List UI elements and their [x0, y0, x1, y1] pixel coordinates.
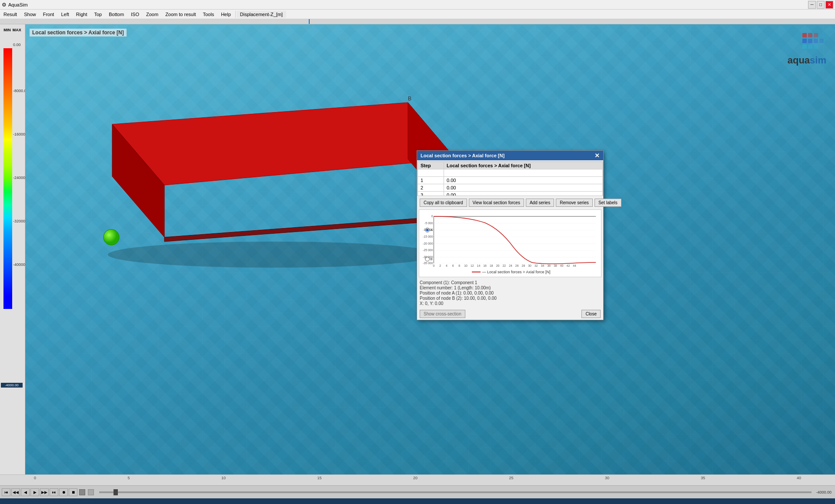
svg-text:32: 32: [534, 264, 538, 267]
main-area: MIN MAX 0.00 -8000.00 -16000.00 -24000.0…: [0, 24, 835, 474]
menu-left[interactable]: Left: [57, 11, 72, 18]
svg-rect-9: [808, 33, 812, 37]
viewport-title: Local section forces > Axial force [N]: [30, 29, 127, 36]
viewport[interactable]: Local section forces > Axial force [N] B…: [25, 24, 835, 474]
info-xy: X: 0, Y: 0.00: [420, 301, 601, 306]
timeline-bar[interactable]: [0, 19, 835, 24]
svg-text:42: 42: [567, 264, 570, 267]
svg-rect-10: [814, 33, 818, 37]
svg-text:0: 0: [433, 264, 435, 267]
set-labels-button[interactable]: Set labels: [595, 199, 621, 207]
svg-text:44: 44: [573, 264, 576, 267]
menu-top[interactable]: Top: [90, 11, 105, 18]
axis-20: 20: [413, 476, 418, 480]
svg-text:12: 12: [471, 264, 474, 267]
playback-controls: ⏮ ◀◀ ◀ ▶ ▶▶ ⏭ ⏺ ⏹ -4000.00: [0, 485, 835, 498]
app-icon: ⚙: [2, 2, 7, 8]
svg-text:10: 10: [464, 264, 468, 267]
svg-rect-11: [802, 39, 807, 43]
stop-button[interactable]: ⏹: [69, 488, 77, 496]
play-next-fast-button[interactable]: ▶▶: [40, 488, 49, 496]
add-series-button[interactable]: Add series: [526, 199, 554, 207]
axis-10: 10: [221, 476, 226, 480]
chart-legend: — Local section forces > Axial force [N]: [421, 269, 599, 275]
col-value: Local section forces > Axial force [N]: [444, 162, 603, 169]
table-row[interactable]: 0 0.00: [418, 169, 603, 177]
svg-text:18: 18: [490, 264, 493, 267]
svg-text:8: 8: [458, 264, 460, 267]
aquasim-logo: aquasim: [788, 31, 826, 66]
menu-zoom-result[interactable]: Zoom to result: [162, 11, 199, 18]
table-row[interactable]: 2 0.00: [418, 184, 603, 192]
dialog: Local section forces > Axial force [N] ✕…: [417, 150, 604, 320]
svg-text:16: 16: [483, 264, 487, 267]
axis-35: 35: [701, 476, 705, 480]
current-value-indicator: -4000.00: [1, 383, 23, 388]
minimize-button[interactable]: ─: [808, 1, 816, 9]
close-button[interactable]: ✕: [825, 1, 833, 9]
view-local-forces-button[interactable]: View local section forces: [469, 199, 524, 207]
copy-clipboard-button[interactable]: Copy all to clipboard: [420, 199, 467, 207]
menu-iso[interactable]: ISO: [127, 11, 143, 18]
maximize-button[interactable]: □: [817, 1, 825, 9]
menu-result[interactable]: Result: [0, 11, 20, 18]
axis-5: 5: [127, 476, 130, 480]
svg-text:4: 4: [446, 264, 448, 267]
displacement-tag: Displacement-Z_[m]: [237, 11, 286, 18]
app-title: AquaSim: [8, 2, 28, 7]
current-frame-value: -4000.00: [816, 490, 832, 494]
menu-front[interactable]: Front: [40, 11, 58, 18]
play-prev-fast-button[interactable]: ◀◀: [11, 488, 20, 496]
info-node-b: Position of node B (2): 10.00, 0.00, 0.0…: [420, 296, 601, 301]
table-row[interactable]: 3 0.00: [418, 192, 603, 196]
color-gradient: [3, 48, 12, 309]
info-node-a: Position of node A (1): 0.00, 0.00, 0.00: [420, 291, 601, 295]
svg-text:B: B: [431, 257, 433, 261]
play-prev-button[interactable]: ◀: [21, 488, 30, 496]
svg-text:24: 24: [509, 264, 512, 267]
max-label: MAX: [13, 28, 21, 32]
axis-40: 40: [797, 476, 801, 480]
playback-slider[interactable]: [99, 491, 812, 493]
svg-text:34: 34: [541, 264, 544, 267]
svg-text:2: 2: [439, 264, 441, 267]
svg-text:0: 0: [431, 215, 433, 218]
chart-svg: 0 -5 000 -10 000 -15 000 -20 000 -25 000…: [421, 212, 599, 268]
dialog-close-bottom-button[interactable]: Close: [581, 310, 601, 318]
dialog-title: Local section forces > Axial force [N]: [421, 153, 504, 158]
play-button[interactable]: ▶: [30, 488, 39, 496]
menu-tools[interactable]: Tools: [199, 11, 217, 18]
titlebar-controls: ─ □ ✕: [808, 1, 833, 9]
playback-thumb[interactable]: [114, 489, 118, 495]
svg-point-7: [104, 229, 119, 245]
svg-text:-5 000: -5 000: [424, 222, 433, 225]
play-first-button[interactable]: ⏮: [2, 488, 10, 496]
table-row[interactable]: 1 0.00: [418, 177, 603, 184]
svg-text:-25 000: -25 000: [423, 249, 433, 252]
dialog-data-table: Step Local section forces > Axial force …: [418, 162, 603, 196]
remove-series-button[interactable]: Remove series: [556, 199, 593, 207]
menu-help[interactable]: Help: [217, 11, 234, 18]
svg-rect-8: [802, 33, 807, 37]
svg-rect-13: [814, 39, 818, 43]
loop-icon: [79, 489, 85, 495]
dialog-close-button[interactable]: ✕: [595, 153, 600, 159]
svg-rect-17: [814, 44, 818, 49]
timeline-indicator[interactable]: [309, 19, 310, 24]
dialog-table-scroll[interactable]: Step Local section forces > Axial force …: [417, 161, 603, 196]
min-max-row: MIN MAX: [3, 26, 22, 32]
menu-right[interactable]: Right: [73, 11, 91, 18]
play-last-button[interactable]: ⏭: [50, 488, 58, 496]
col-step: Step: [418, 162, 444, 169]
svg-text:36: 36: [547, 264, 551, 267]
show-cross-section-button[interactable]: Show cross-section: [420, 310, 465, 318]
info-element: Element number: 1 (Length: 10.00m): [420, 285, 601, 290]
step-icon: [88, 489, 94, 495]
axis-30: 30: [605, 476, 609, 480]
menu-zoom[interactable]: Zoom: [143, 11, 162, 18]
barge-3d: B A: [77, 81, 456, 268]
dialog-titlebar[interactable]: Local section forces > Axial force [N] ✕: [417, 151, 603, 160]
menu-show[interactable]: Show: [20, 11, 40, 18]
menu-bottom[interactable]: Bottom: [105, 11, 127, 18]
record-button[interactable]: ⏺: [59, 488, 68, 496]
